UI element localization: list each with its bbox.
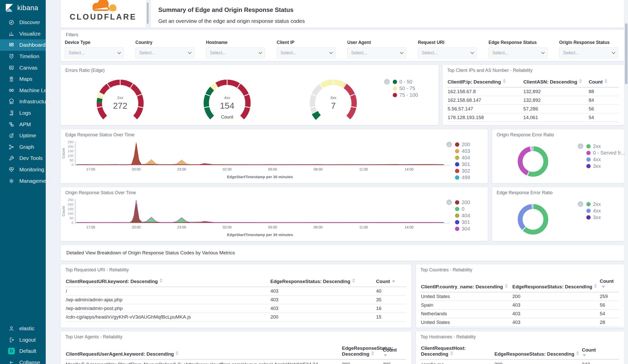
- legend-dot: [586, 164, 591, 168]
- legend-item-200[interactable]: 200: [455, 199, 470, 206]
- column-header-clientasn-descending[interactable]: ClientASN: Descending: [523, 77, 588, 87]
- column-header-count[interactable]: Count: [581, 343, 619, 359]
- legend-toggle-icon[interactable]: ›: [446, 142, 452, 147]
- column-header-count[interactable]: Count: [599, 276, 619, 292]
- legend-toggle-icon[interactable]: ›: [446, 200, 452, 205]
- table-row: /40340: [65, 287, 406, 295]
- sidebar-item-apm[interactable]: APM: [0, 119, 46, 130]
- collapse-arrow-icon: [8, 359, 15, 364]
- svg-text:20:00: 20:00: [132, 225, 140, 229]
- svg-text:20:00: 20:00: [132, 167, 140, 171]
- legend-item-302[interactable]: 302: [455, 168, 470, 174]
- panel-title: Top Requested URI - Reliability: [65, 267, 129, 273]
- filter-select-user-agent[interactable]: Select...: [347, 47, 406, 58]
- sidebar-item-canvas[interactable]: Canvas: [0, 62, 46, 73]
- filter-select-origin-response-status[interactable]: Select...: [559, 47, 618, 58]
- filter-select-device-type[interactable]: Select...: [65, 47, 124, 58]
- column-header-clientrequesthost-descending[interactable]: ClientRequestHost: Descending: [420, 343, 494, 359]
- sidebar-item-discover[interactable]: Discover: [0, 17, 46, 28]
- column-header-clientip-country-name-descending[interactable]: ClientIP.country_name: Descending: [420, 276, 512, 292]
- window-scrollbar-track[interactable]: [624, 0, 628, 364]
- sidebar-item-label: Uptime: [19, 133, 36, 139]
- legend-item-label: 404: [462, 155, 470, 161]
- sidebar-item-dev-tools[interactable]: Dev Tools: [0, 153, 46, 164]
- legend-item-301[interactable]: 301: [455, 219, 470, 225]
- table-row: /wp-admin/admin-post.php40316: [65, 304, 406, 313]
- sort-icon: [371, 351, 374, 355]
- legend-item-0-served-fr[interactable]: 0 - Served fr...: [586, 150, 625, 156]
- legend-item-4xx[interactable]: 4xx: [586, 156, 625, 163]
- monitoring-icon: [8, 166, 15, 173]
- legend-item-4xx[interactable]: 4xx: [586, 207, 601, 214]
- panel-scrollbar-thumb[interactable]: [147, 3, 149, 24]
- legend-item-2xx[interactable]: 2xx: [586, 201, 601, 207]
- column-header-edgeresponsestatus-descending[interactable]: EdgeResponseStatus: Descending: [270, 276, 375, 287]
- legend-item-0-50[interactable]: 0 - 50: [393, 78, 418, 85]
- legend-dot: [455, 175, 459, 180]
- sidebar-item-label: Machine Le...: [19, 87, 51, 93]
- legend-toggle-icon[interactable]: ›: [578, 143, 583, 149]
- window-scrollbar-thumb[interactable]: [625, 23, 627, 84]
- column-header-label: EdgeResponseStatus: Descending: [494, 351, 574, 357]
- svg-text:272: 272: [113, 101, 128, 110]
- filter-select-edge-response-status[interactable]: Select...: [489, 47, 547, 58]
- legend-item-304[interactable]: 304: [455, 225, 470, 232]
- legend-item-200[interactable]: 200: [455, 141, 470, 148]
- sidebar-item-monitoring[interactable]: Monitoring: [0, 164, 46, 175]
- sidebar-item-default[interactable]: DDefault: [0, 345, 46, 357]
- legend-item-3xx[interactable]: 3xx: [586, 163, 625, 169]
- filter-select-hostname[interactable]: Select...: [206, 47, 265, 58]
- cloudflare-logo-panel: CLOUDFLARE: [60, 0, 147, 28]
- sidebar-item-elastic[interactable]: elastic: [0, 323, 46, 334]
- column-header-count[interactable]: Count: [588, 77, 619, 87]
- column-header-clientrequesturi-keyword-descending[interactable]: ClientRequestURI.keyword: Descending: [65, 276, 270, 287]
- column-header-edgeresponsestatus-descending[interactable]: EdgeResponseStatus: Descending: [494, 343, 581, 359]
- column-header-edgeresponsestatus-descending[interactable]: EdgeResponseStatus: Descending: [341, 343, 382, 359]
- sidebar-item-logs[interactable]: Logs: [0, 107, 46, 119]
- legend-item-404[interactable]: 404: [455, 212, 470, 219]
- legend-toggle-icon[interactable]: ›: [384, 79, 390, 85]
- sidebar-item-logout[interactable]: Logout: [0, 334, 46, 346]
- sidebar-item-machine-le[interactable]: Machine Le...: [0, 85, 46, 96]
- chevron-down-icon: [400, 51, 403, 54]
- filter-select-client-ip[interactable]: Select...: [277, 47, 336, 58]
- sidebar-item-timelion[interactable]: Timelion: [0, 51, 46, 62]
- filter-client-ip: Client IPSelect...: [277, 40, 343, 58]
- legend-item-499[interactable]: 499: [455, 174, 470, 181]
- sidebar-item-collapse[interactable]: Collapse: [0, 357, 46, 364]
- sidebar-item-visualize[interactable]: Visualize: [0, 28, 46, 40]
- sidebar-item-graph[interactable]: Graph: [0, 141, 46, 153]
- sidebar-item-uptime[interactable]: Uptime: [0, 130, 46, 141]
- column-header-clientip-ip-descending[interactable]: ClientIP.ip: Descending: [447, 77, 523, 87]
- column-header-edgeresponsestatus-descending[interactable]: EdgeResponseStatus: Descending: [512, 276, 599, 292]
- sidebar-item-management[interactable]: Management: [0, 175, 46, 187]
- table-cell: 200: [494, 359, 581, 364]
- column-header-count[interactable]: Count: [375, 276, 406, 287]
- sidebar-item-infrastructure[interactable]: Infrastructure: [0, 96, 46, 107]
- sidebar-item-maps[interactable]: Maps: [0, 73, 46, 85]
- legend-dot: [455, 200, 459, 205]
- legend-item-label: 4xx: [593, 157, 601, 162]
- legend-dot: [393, 80, 397, 84]
- legend-item-2xx[interactable]: 2xx: [586, 143, 625, 150]
- kibana-logo-row[interactable]: kibana: [0, 0, 46, 16]
- sidebar-item-label: Dashboard: [19, 42, 45, 48]
- column-header-clientrequestuseragent-keyword-descending[interactable]: ClientRequestUserAgent.keyword: Descendi…: [65, 343, 341, 359]
- panel-title: Top User Agents - Reliability: [65, 334, 122, 340]
- legend-toggle-icon[interactable]: ›: [578, 201, 583, 207]
- legend-item-50-75[interactable]: 50 - 75: [393, 85, 418, 92]
- filter-select-request-uri[interactable]: Select...: [418, 47, 477, 58]
- filter-select-country[interactable]: Select...: [135, 47, 194, 58]
- legend-item-301[interactable]: 301: [455, 161, 470, 168]
- legend-item-403[interactable]: 403: [455, 148, 470, 154]
- kibana-sidebar: kibana DiscoverVisualizeDashboardTimelio…: [0, 0, 46, 364]
- sidebar-item-dashboard[interactable]: Dashboard: [0, 39, 46, 51]
- legend-dot: [586, 215, 591, 220]
- management-icon: [8, 178, 15, 184]
- legend-item-404[interactable]: 404: [455, 154, 470, 161]
- legend-item-0[interactable]: 0: [455, 206, 470, 212]
- legend-item-75-100[interactable]: 75 - 100: [393, 92, 418, 98]
- legend-item-3xx[interactable]: 3xx: [586, 214, 601, 221]
- select-placeholder: Select...: [210, 50, 226, 56]
- legend-item-label: 0: [462, 206, 464, 212]
